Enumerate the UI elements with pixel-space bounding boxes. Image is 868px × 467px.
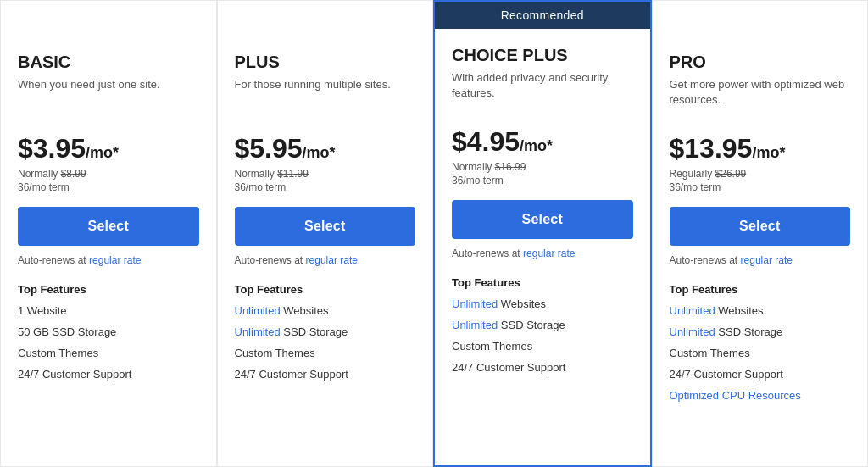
plan-card-plus: PLUSFor those running multiple sites.$5.…	[217, 0, 434, 467]
features-heading: Top Features	[452, 276, 633, 289]
feature-link[interactable]: Unlimited	[235, 325, 281, 338]
plan-description: Get more power with optimized web resour…	[670, 77, 851, 120]
price-normally: Normally $16.99	[452, 161, 633, 173]
feature-item: Unlimited Websites	[452, 297, 633, 312]
price-term: 36/mo term	[235, 181, 416, 193]
plan-price: $3.95/mo*	[18, 133, 199, 164]
feature-link[interactable]: Unlimited	[452, 319, 498, 331]
feature-item: 1 Website	[18, 304, 199, 319]
price-normally: Normally $11.99	[235, 168, 416, 180]
regular-rate-link[interactable]: regular rate	[89, 254, 141, 266]
feature-item: 24/7 Customer Support	[235, 368, 416, 382]
pricing-wrapper: BASICWhen you need just one site.$3.95/m…	[0, 0, 868, 467]
regular-rate-link[interactable]: regular rate	[741, 254, 793, 266]
auto-renew: Auto-renews at regular rate	[18, 254, 199, 266]
spacer	[670, 21, 851, 53]
plan-price: $4.95/mo*	[452, 126, 633, 158]
feature-item: Optimized CPU Resources	[670, 389, 851, 403]
plan-description: With added privacy and security features…	[452, 70, 633, 113]
feature-link[interactable]: Unlimited	[235, 304, 281, 317]
plan-name: PLUS	[235, 53, 416, 72]
plan-description: When you need just one site.	[18, 77, 199, 120]
price-term: 36/mo term	[452, 175, 633, 186]
plan-name: PRO	[670, 53, 851, 72]
auto-renew: Auto-renews at regular rate	[670, 254, 851, 266]
feature-link[interactable]: Unlimited	[670, 304, 715, 317]
feature-item: 24/7 Customer Support	[670, 368, 851, 382]
plan-card-choice-plus: RecommendedCHOICE PLUSWith added privacy…	[433, 0, 652, 467]
spacer	[18, 21, 199, 53]
feature-item: Custom Themes	[235, 347, 416, 361]
plan-description: For those running multiple sites.	[235, 77, 416, 120]
feature-item: Unlimited Websites	[670, 304, 851, 319]
regular-rate-link[interactable]: regular rate	[523, 247, 575, 259]
plan-card-pro: PROGet more power with optimized web res…	[652, 0, 869, 467]
plan-name: BASIC	[18, 53, 199, 72]
plan-name: CHOICE PLUS	[452, 46, 633, 65]
feature-link[interactable]: Optimized CPU Resources	[670, 389, 801, 402]
regular-rate-link[interactable]: regular rate	[306, 254, 358, 266]
feature-link[interactable]: Unlimited	[452, 297, 498, 310]
price-term: 36/mo term	[670, 181, 851, 193]
features-heading: Top Features	[235, 283, 416, 296]
auto-renew: Auto-renews at regular rate	[235, 254, 416, 266]
plan-card-basic: BASICWhen you need just one site.$3.95/m…	[0, 0, 217, 467]
recommended-badge: Recommended	[435, 2, 650, 29]
feature-item: 50 GB SSD Storage	[18, 325, 199, 340]
feature-link[interactable]: Unlimited	[670, 325, 715, 338]
features-heading: Top Features	[18, 283, 199, 296]
select-button[interactable]: Select	[235, 207, 416, 246]
feature-item: Unlimited SSD Storage	[452, 319, 633, 333]
select-button[interactable]: Select	[670, 207, 851, 246]
select-button[interactable]: Select	[18, 207, 199, 246]
spacer	[235, 21, 416, 53]
feature-item: Unlimited SSD Storage	[670, 325, 851, 340]
features-heading: Top Features	[670, 283, 851, 296]
plan-price: $5.95/mo*	[235, 133, 416, 164]
feature-item: Unlimited Websites	[235, 304, 416, 319]
feature-item: Custom Themes	[670, 347, 851, 361]
price-normally: Regularly $26.99	[670, 168, 851, 180]
auto-renew: Auto-renews at regular rate	[452, 247, 633, 259]
feature-item: 24/7 Customer Support	[452, 361, 633, 375]
feature-item: 24/7 Customer Support	[18, 368, 199, 382]
feature-item: Custom Themes	[452, 340, 633, 354]
select-button[interactable]: Select	[452, 200, 633, 239]
plan-price: $13.95/mo*	[670, 133, 851, 164]
price-term: 36/mo term	[18, 181, 199, 193]
feature-item: Custom Themes	[18, 347, 199, 361]
feature-item: Unlimited SSD Storage	[235, 325, 416, 340]
price-normally: Normally $8.99	[18, 168, 199, 180]
